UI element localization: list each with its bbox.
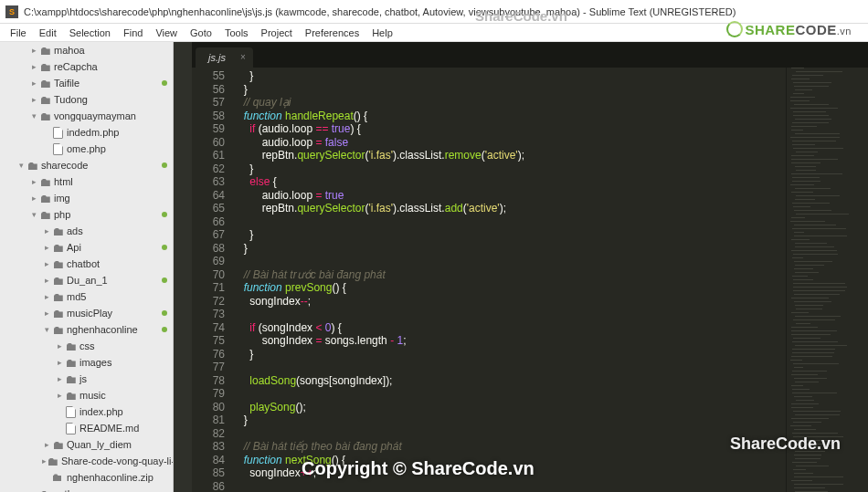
sidebar-file-tree[interactable]: mahoareCapchaTaifileTudongvongquaymayman… (0, 42, 174, 492)
line-number: 58 (192, 110, 225, 123)
disclosure-arrow-icon[interactable] (29, 62, 38, 71)
folder-item[interactable]: python (0, 486, 173, 492)
folder-item[interactable]: vongquaymayman (0, 108, 173, 124)
code-line[interactable] (238, 427, 786, 441)
code-line[interactable]: playSong(); (238, 401, 786, 414)
folder-item[interactable]: chatbot (0, 256, 173, 272)
disclosure-arrow-icon[interactable] (29, 79, 38, 88)
code-line[interactable]: audio.loop = true (238, 189, 786, 203)
disclosure-arrow-icon[interactable] (29, 210, 38, 219)
folder-item[interactable]: music (0, 387, 173, 403)
disclosure-arrow-icon[interactable] (42, 226, 51, 236)
file-item[interactable]: indedm.php (0, 124, 173, 141)
file-item[interactable]: README.md (0, 420, 173, 436)
disclosure-arrow-icon[interactable] (42, 309, 51, 318)
folder-item[interactable]: css (0, 338, 173, 354)
code-line[interactable]: songIndex--; (238, 295, 786, 309)
code-line[interactable]: audio.loop = false (238, 136, 786, 150)
folder-item[interactable]: reCapcha (0, 58, 173, 75)
menu-file[interactable]: File (4, 27, 33, 38)
minimap[interactable] (786, 68, 868, 492)
code-line[interactable] (238, 387, 786, 401)
tab-bar[interactable]: js.js × (192, 42, 868, 68)
code-line[interactable]: } (238, 162, 786, 176)
disclosure-arrow-icon[interactable] (42, 325, 51, 334)
code-line[interactable]: } (238, 83, 786, 97)
menu-find[interactable]: Find (117, 27, 149, 38)
disclosure-arrow-icon[interactable] (42, 292, 51, 301)
code-line[interactable]: repBtn.querySelector('i.fas').classList.… (238, 149, 786, 162)
code-editor[interactable]: } } // quay lại function handleRepeat() … (232, 68, 786, 492)
folder-item[interactable]: nghenhaconline (0, 321, 173, 338)
disclosure-arrow-icon[interactable] (29, 194, 38, 203)
code-line[interactable]: // Bài hát trước bài đang phát (238, 268, 786, 282)
disclosure-arrow-icon[interactable] (42, 276, 51, 285)
code-line[interactable] (238, 215, 786, 229)
disclosure-arrow-icon[interactable] (29, 95, 38, 104)
code-line[interactable]: } (238, 228, 786, 242)
folder-item[interactable]: Taifile (0, 75, 173, 91)
code-line[interactable]: loadSong(songs[songIndex]); (238, 374, 786, 388)
folder-item[interactable]: php (0, 206, 173, 223)
code-line[interactable]: } (238, 413, 786, 427)
folder-item[interactable]: musicPlay (0, 305, 173, 321)
menu-preferences[interactable]: Preferences (299, 27, 365, 38)
disclosure-arrow-icon[interactable] (42, 440, 51, 449)
code-line[interactable]: repBtn.querySelector('i.fas').classList.… (238, 202, 786, 215)
code-line[interactable]: // Bài hát tiếp theo bài đang phát (238, 440, 786, 454)
code-line[interactable] (238, 480, 786, 493)
code-line[interactable]: function nextSong() { (238, 454, 786, 467)
folder-item[interactable]: ads (0, 223, 173, 239)
code-line[interactable] (238, 361, 786, 374)
menu-tools[interactable]: Tools (218, 27, 255, 38)
disclosure-arrow-icon[interactable] (55, 358, 64, 367)
folder-item[interactable]: js (0, 371, 173, 387)
folder-item[interactable]: Quan_ly_diem (0, 436, 173, 453)
tree-item-label: musicPlay (67, 308, 112, 319)
code-line[interactable]: // quay lại (238, 96, 786, 110)
folder-item[interactable]: Du_an_1 (0, 272, 173, 288)
file-item[interactable]: index.php (0, 403, 173, 420)
folder-item[interactable]: Share-code-vong-quay-li-xi- (0, 453, 173, 469)
menu-edit[interactable]: Edit (33, 27, 63, 38)
disclosure-arrow-icon[interactable] (55, 391, 64, 400)
file-item[interactable]: nghenhaconline.zip (0, 469, 173, 486)
folder-item[interactable]: sharecode (0, 157, 173, 173)
code-line[interactable]: } (238, 242, 786, 256)
code-line[interactable]: songIndex = songs.length - 1; (238, 334, 786, 348)
menu-view[interactable]: View (149, 27, 184, 38)
menu-project[interactable]: Project (255, 27, 299, 38)
tab-active[interactable]: js.js × (196, 47, 253, 68)
folder-item[interactable]: images (0, 354, 173, 371)
disclosure-arrow-icon[interactable] (29, 111, 38, 120)
disclosure-arrow-icon[interactable] (42, 243, 51, 252)
code-line[interactable]: } (238, 348, 786, 361)
disclosure-arrow-icon[interactable] (29, 177, 38, 186)
line-number: 84 (192, 454, 225, 467)
disclosure-arrow-icon[interactable] (55, 374, 64, 383)
menu-selection[interactable]: Selection (63, 27, 117, 38)
code-line[interactable] (238, 308, 786, 321)
file-item[interactable]: ome.php (0, 141, 173, 157)
folder-item[interactable]: md5 (0, 288, 173, 305)
code-line[interactable] (238, 255, 786, 268)
disclosure-arrow-icon[interactable] (42, 259, 51, 268)
code-line[interactable]: function prevSong() { (238, 281, 786, 295)
disclosure-arrow-icon[interactable] (29, 46, 38, 55)
folder-item[interactable]: html (0, 173, 173, 190)
folder-item[interactable]: img (0, 190, 173, 206)
code-line[interactable]: function handleRepeat() { (238, 110, 786, 123)
disclosure-arrow-icon[interactable] (16, 161, 26, 170)
code-line[interactable]: songIndex++; (238, 466, 786, 480)
folder-item[interactable]: mahoa (0, 42, 173, 58)
code-line[interactable]: if (songIndex < 0) { (238, 321, 786, 335)
disclosure-arrow-icon[interactable] (55, 341, 64, 351)
close-icon[interactable]: × (240, 52, 246, 62)
code-line[interactable]: else { (238, 175, 786, 189)
code-line[interactable]: if (audio.loop == true) { (238, 122, 786, 136)
folder-item[interactable]: Tudong (0, 91, 173, 108)
menu-help[interactable]: Help (365, 27, 399, 38)
menu-goto[interactable]: Goto (184, 27, 218, 38)
code-line[interactable]: } (238, 69, 786, 83)
folder-item[interactable]: Api (0, 239, 173, 256)
